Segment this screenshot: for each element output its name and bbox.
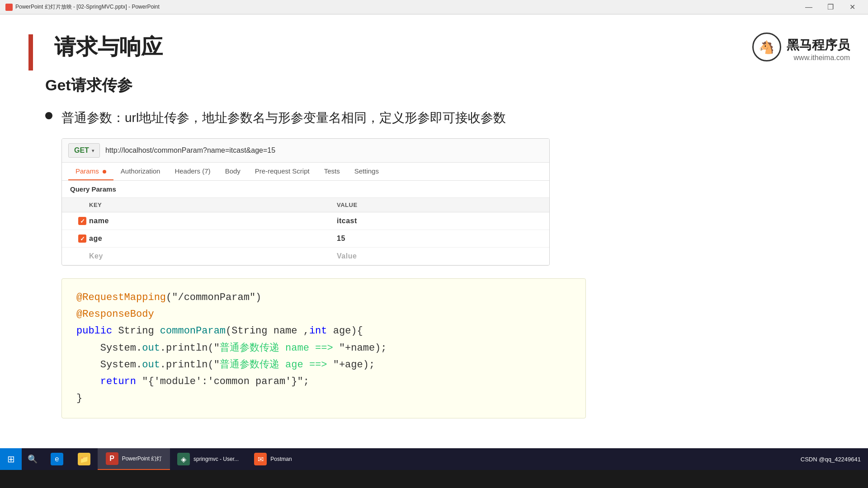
minimize-button[interactable]: — bbox=[798, 0, 819, 14]
bullet-dot bbox=[45, 112, 52, 119]
search-icon: 🔍 bbox=[28, 454, 38, 464]
accent-bar bbox=[28, 34, 33, 70]
checkmark-icon: ✓ bbox=[80, 235, 85, 242]
slide-title: 请求与响应 bbox=[45, 33, 832, 61]
annotation-1: @RequestMapping bbox=[76, 292, 166, 303]
postman-icon-box: ✉ bbox=[254, 453, 267, 465]
file-manager-btn[interactable]: 📁 bbox=[71, 448, 98, 470]
taskbar: ⊞ 🔍 e 📁 P PowerPoint 幻灯 ◈ bbox=[0, 448, 868, 470]
window-controls[interactable]: — ❐ ✕ bbox=[798, 0, 863, 14]
bullet-item: 普通参数：url地址传参，地址参数名与形参变量名相同，定义形参即可接收参数 bbox=[45, 108, 832, 127]
windows-icon: ⊞ bbox=[7, 454, 15, 465]
slide-area: 🐴 黑马程序员 www.itheima.com 请求与响应 Get请求传参 普通… bbox=[0, 14, 868, 470]
ppt-icon: P bbox=[109, 455, 114, 463]
edge-icon-box: e bbox=[51, 453, 63, 465]
tabs-bar: Params Authorization Headers (7) Body Pr… bbox=[62, 163, 549, 181]
bullet-text: 普通参数：url地址传参，地址参数名与形参变量名相同，定义形参即可接收参数 bbox=[61, 108, 506, 127]
header-key: KEY bbox=[85, 202, 332, 208]
header-value: VALUE bbox=[332, 202, 549, 208]
postman-label: Postman bbox=[270, 456, 292, 462]
check-col-1: ✓ bbox=[62, 217, 85, 225]
params-dot bbox=[103, 170, 106, 174]
postman-panel: GET ▾ Params Authorization Headers (7) bbox=[61, 138, 550, 266]
check-col-2: ✓ bbox=[62, 235, 85, 243]
code-line-6: return "{'module':'common param'}"; bbox=[76, 374, 571, 389]
tab-tests[interactable]: Tests bbox=[317, 163, 347, 180]
query-params-label: Query Params bbox=[62, 181, 549, 198]
folder-icon: 📁 bbox=[80, 455, 89, 464]
key-cell-name: name bbox=[85, 217, 332, 225]
url-input[interactable] bbox=[105, 146, 543, 155]
tab-settings[interactable]: Settings bbox=[347, 163, 386, 180]
springmvc-label: springmvc - User... bbox=[193, 456, 239, 462]
header-check-col bbox=[62, 202, 85, 208]
key-placeholder: Key bbox=[85, 252, 332, 260]
code-line-7: } bbox=[76, 390, 571, 406]
params-table: KEY VALUE ✓ name itcast bbox=[62, 198, 549, 265]
title-bar: PowerPoint 幻灯片放映 - [02-SpringMVC.pptx] -… bbox=[0, 0, 868, 14]
edge-icon: e bbox=[55, 455, 59, 463]
springmvc-taskbar-btn[interactable]: ◈ springmvc - User... bbox=[170, 448, 246, 470]
tab-body[interactable]: Body bbox=[218, 163, 248, 180]
section-title: Get请求传参 bbox=[45, 75, 832, 96]
method-select[interactable]: GET ▾ bbox=[68, 143, 100, 158]
code-line-1: @RequestMapping("/commonParam") bbox=[76, 290, 571, 305]
key-cell-age: age bbox=[85, 235, 332, 243]
ppt-label: PowerPoint 幻灯 bbox=[122, 455, 162, 463]
ide-icon: ◈ bbox=[181, 455, 186, 464]
taskbar-right: CSDN @qq_42249641 bbox=[801, 456, 868, 463]
tab-params[interactable]: Params bbox=[68, 163, 113, 180]
table-row-empty: Key Value bbox=[62, 248, 549, 265]
code-line-5: System.out.println("普通参数传递 age ==> "+age… bbox=[76, 357, 571, 373]
csdn-user: CSDN @qq_42249641 bbox=[801, 456, 861, 463]
checkmark-icon: ✓ bbox=[80, 218, 85, 225]
url-bar: GET ▾ bbox=[62, 139, 549, 163]
code-block: @RequestMapping("/commonParam") @Respons… bbox=[61, 278, 586, 418]
postman-taskbar-btn[interactable]: ✉ Postman bbox=[246, 448, 300, 470]
value-placeholder: Value bbox=[332, 252, 549, 260]
start-button[interactable]: ⊞ bbox=[0, 448, 22, 470]
method-chevron: ▾ bbox=[92, 148, 94, 153]
taskbar-left: ⊞ 🔍 e 📁 P PowerPoint 幻灯 ◈ bbox=[0, 448, 300, 470]
search-button[interactable]: 🔍 bbox=[22, 448, 43, 470]
method-label: GET bbox=[74, 146, 89, 155]
ppt-icon-box: P bbox=[106, 452, 118, 465]
code-line-2: @ResponseBody bbox=[76, 306, 571, 322]
ide-icon-box: ◈ bbox=[177, 453, 190, 465]
title-bar-left: PowerPoint 幻灯片放映 - [02-SpringMVC.pptx] -… bbox=[5, 3, 160, 11]
app-icon bbox=[5, 4, 13, 11]
folder-icon-box: 📁 bbox=[78, 453, 90, 465]
close-button[interactable]: ✕ bbox=[842, 0, 863, 14]
powerpoint-taskbar-btn[interactable]: P PowerPoint 幻灯 bbox=[98, 448, 170, 470]
slide-content: 请求与响应 Get请求传参 普通参数：url地址传参，地址参数名与形参变量名相同… bbox=[45, 33, 832, 418]
tab-pre-request[interactable]: Pre-request Script bbox=[248, 163, 317, 180]
maximize-button[interactable]: ❐ bbox=[820, 0, 841, 14]
tab-authorization[interactable]: Authorization bbox=[113, 163, 168, 180]
code-line-4: System.out.println("普通参数传递 name ==> "+na… bbox=[76, 340, 571, 356]
value-cell-name: itcast bbox=[332, 217, 549, 225]
table-header: KEY VALUE bbox=[62, 198, 549, 212]
annotation-2: @ResponseBody bbox=[76, 309, 154, 320]
code-line-3: public String commonParam(String name ,i… bbox=[76, 323, 571, 339]
postman-icon: ✉ bbox=[258, 455, 264, 464]
edge-taskbar-btn[interactable]: e bbox=[43, 448, 71, 470]
window-title: PowerPoint 幻灯片放映 - [02-SpringMVC.pptx] -… bbox=[15, 3, 160, 11]
table-row: ✓ name itcast bbox=[62, 212, 549, 230]
tab-headers[interactable]: Headers (7) bbox=[167, 163, 217, 180]
table-row: ✓ age 15 bbox=[62, 230, 549, 248]
value-cell-age: 15 bbox=[332, 235, 549, 243]
